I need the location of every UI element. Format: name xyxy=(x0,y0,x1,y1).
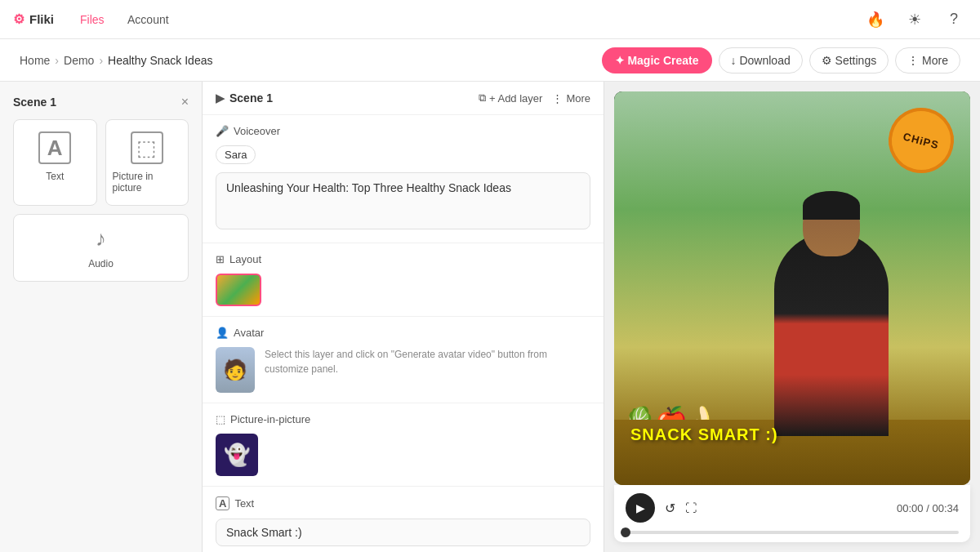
breadcrumb-demo[interactable]: Demo xyxy=(64,54,94,67)
avatar-icon: 👤 xyxy=(216,327,229,339)
text-layer-icon-label: A xyxy=(216,496,229,510)
layer-audio-label: Audio xyxy=(88,258,114,269)
logo[interactable]: ⚙ Fliki xyxy=(13,11,54,27)
logo-text: Fliki xyxy=(29,12,54,26)
video-placeholder: 🥬🍎🍌 CHiPS SNACK S xyxy=(614,91,970,485)
avatar-thumbnail[interactable]: 🧑 xyxy=(216,347,255,393)
layout-label: ⊞ Layout xyxy=(216,253,590,265)
video-area: 🥬🍎🍌 CHiPS SNACK S xyxy=(614,91,970,485)
replay-button[interactable]: ↺ xyxy=(665,501,675,516)
main-layout: Scene 1 × A Text ⬚ Picture in picture ♪ … xyxy=(0,82,980,552)
body xyxy=(774,232,889,436)
mic-icon: 🎤 xyxy=(216,125,229,137)
pip-icon: ⬚ xyxy=(216,413,225,425)
avatar-row: 🧑 Select this layer and click on "Genera… xyxy=(216,347,590,393)
breadcrumb-bar: Home › Demo › Healthy Snack Ideas ✦ Magi… xyxy=(0,39,980,82)
close-button[interactable]: × xyxy=(181,95,189,109)
head xyxy=(803,191,860,256)
nav-account[interactable]: Account xyxy=(118,8,179,31)
progress-knob[interactable] xyxy=(621,528,630,537)
magic-create-button[interactable]: ✦ Magic Create xyxy=(602,47,712,73)
scene-title: Scene 1 xyxy=(229,91,273,105)
right-panel: 🥬🍎🍌 CHiPS SNACK S xyxy=(604,82,980,552)
pip-sticker-icon: 👻 xyxy=(224,443,250,468)
voiceover-label: 🎤 Voiceover xyxy=(216,125,590,137)
scene-more-button[interactable]: ⋮ More xyxy=(552,92,590,105)
scene-more-icon: ⋮ xyxy=(552,92,563,105)
video-overlay-text: SNACK SMART :) xyxy=(630,425,778,444)
pip-section: ⬚ Picture-in-picture 👻 xyxy=(203,403,604,487)
scene-actions: ⧉ + Add layer ⋮ More xyxy=(479,91,590,105)
layer-pip[interactable]: ⬚ Picture in picture xyxy=(105,119,189,206)
avatar-hint-text: Select this layer and click on "Generate… xyxy=(265,347,590,376)
layer-text-label: Text xyxy=(46,171,64,182)
avatar-section: 👤 Avatar 🧑 Select this layer and click o… xyxy=(203,317,604,403)
script-text-area[interactable] xyxy=(216,172,590,229)
layer-audio[interactable]: ♪ Audio xyxy=(13,214,189,282)
panel-title: Scene 1 xyxy=(13,96,56,109)
panel-header: Scene 1 × xyxy=(13,95,189,109)
help-icon[interactable]: ? xyxy=(941,7,967,33)
audio-layer-icon: ♪ xyxy=(96,226,106,252)
left-panel: Scene 1 × A Text ⬚ Picture in picture ♪ … xyxy=(0,82,203,552)
breadcrumb-current: Healthy Snack Ideas xyxy=(108,54,212,67)
nav-right-icons: 🔥 ☀ ? xyxy=(862,7,967,33)
layout-icon: ⊞ xyxy=(216,253,225,265)
avatar-label: 👤 Avatar xyxy=(216,327,590,339)
voiceover-speaker-tag[interactable]: Sara xyxy=(216,145,256,164)
breadcrumb-home[interactable]: Home xyxy=(20,54,50,67)
video-controls: ▶ ↺ ⛶ 00:00 / 00:34 xyxy=(614,485,970,542)
scene-title-group: ▶ Scene 1 xyxy=(216,91,273,105)
layout-section: ⊞ Layout xyxy=(203,243,604,317)
toolbar-actions: ✦ Magic Create ↓ Download ⚙ Settings ⋮ M… xyxy=(602,47,960,73)
center-panel: ▶ Scene 1 ⧉ + Add layer ⋮ More 🎤 Voiceov… xyxy=(203,82,604,552)
fire-icon[interactable]: 🔥 xyxy=(862,7,889,33)
breadcrumb-sep-2: › xyxy=(99,54,103,67)
top-navigation: ⚙ Fliki Files Account 🔥 ☀ ? xyxy=(0,0,980,39)
add-layer-button[interactable]: ⧉ + Add layer xyxy=(479,91,542,105)
text-layer-input[interactable] xyxy=(216,519,590,546)
pip-layer-icon: ⬚ xyxy=(131,131,163,164)
time-display: 00:00 / 00:34 xyxy=(897,502,959,514)
play-icon: ▶ xyxy=(216,91,225,105)
avatar-person-icon: 🧑 xyxy=(223,358,247,381)
add-layer-label: + Add layer xyxy=(489,92,542,105)
hair xyxy=(803,191,860,220)
woman-figure xyxy=(766,191,897,436)
breadcrumb-sep-1: › xyxy=(55,54,59,67)
layer-grid: A Text ⬚ Picture in picture ♪ Audio xyxy=(13,119,189,282)
more-button[interactable]: ⋮ More xyxy=(895,47,960,73)
play-button[interactable]: ▶ xyxy=(626,493,655,523)
scene-more-label: More xyxy=(566,92,590,105)
gear-icon: ⚙ xyxy=(13,11,24,27)
scene-header: ▶ Scene 1 ⧉ + Add layer ⋮ More xyxy=(203,82,604,115)
text-layer-section: A Text xyxy=(203,487,604,552)
voiceover-section: 🎤 Voiceover Sara xyxy=(203,115,604,243)
settings-button[interactable]: ⚙ Settings xyxy=(809,47,889,73)
controls-row: ▶ ↺ ⛶ 00:00 / 00:34 xyxy=(626,493,959,523)
layer-text[interactable]: A Text xyxy=(13,119,97,206)
text-layer-label: A Text xyxy=(216,496,590,510)
text-layer-icon: A xyxy=(38,131,71,164)
layer-pip-label: Picture in picture xyxy=(113,171,182,194)
fullscreen-button[interactable]: ⛶ xyxy=(685,501,697,514)
progress-bar[interactable] xyxy=(626,531,959,534)
download-button[interactable]: ↓ Download xyxy=(719,47,803,73)
pip-label: ⬚ Picture-in-picture xyxy=(216,413,590,425)
nav-items: Files Account xyxy=(70,12,179,27)
sun-icon[interactable]: ☀ xyxy=(902,7,928,33)
layout-thumbnail[interactable] xyxy=(216,274,261,306)
add-layer-icon: ⧉ xyxy=(479,91,486,105)
breadcrumb: Home › Demo › Healthy Snack Ideas xyxy=(20,54,212,67)
pip-thumbnail[interactable]: 👻 xyxy=(216,434,258,476)
nav-files[interactable]: Files xyxy=(70,8,114,31)
